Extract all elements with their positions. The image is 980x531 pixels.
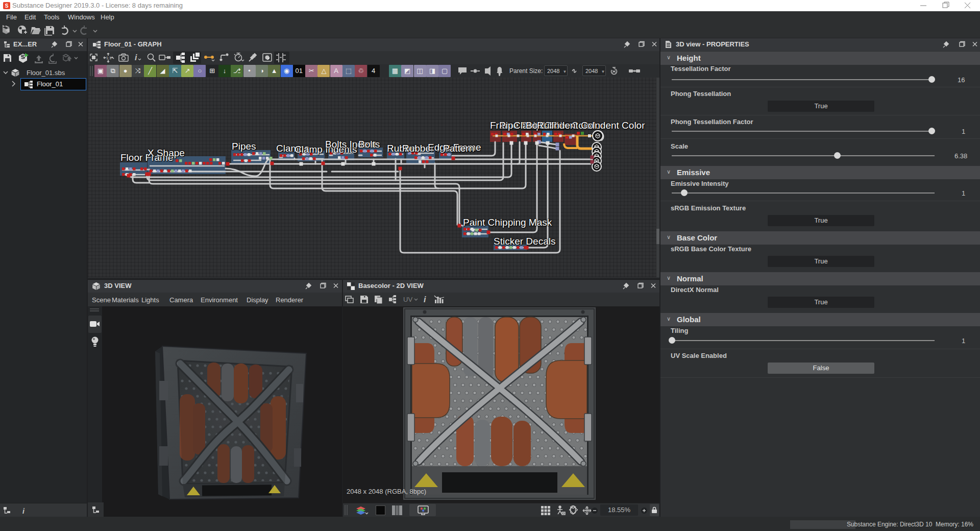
svg-text:Floor_01: Floor_01 <box>37 80 63 88</box>
svg-text:i: i <box>22 507 25 515</box>
svg-text:S: S <box>5 3 9 9</box>
svg-text:i: i <box>424 295 426 304</box>
svg-text:Floor_01.sbs: Floor_01.sbs <box>27 69 65 77</box>
svg-text:i: i <box>135 53 137 62</box>
svg-text:1:1: 1:1 <box>106 56 111 60</box>
svg-text:UV: UV <box>403 296 412 303</box>
